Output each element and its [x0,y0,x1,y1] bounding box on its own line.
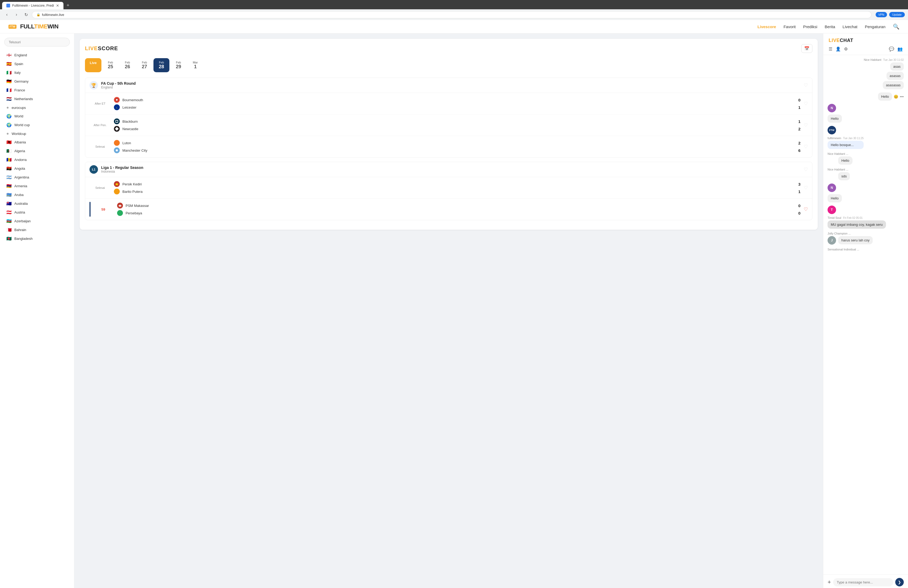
settings-icon-button[interactable]: ⚙ [844,47,848,52]
flag-netherlands: 🇳🇱 [6,97,12,101]
group-icon-button[interactable]: 👥 [897,47,903,52]
sidebar-label-worldcup: World cup [14,123,30,127]
sidebar-item-england[interactable]: 🏴󠁧󠁢󠁥󠁮󠁧󠁿 England [4,51,70,60]
menu-icon-button[interactable]: ☰ [829,47,832,52]
active-tab[interactable]: Fulltimewin - Livescore, Predi ✕ [2,2,63,9]
match-4-favorite-button[interactable]: ♡ [804,185,808,191]
browser-tabs: Fulltimewin - Livescore, Predi ✕ + [0,0,908,9]
match-2-favorite-button[interactable]: ♡ [804,122,808,128]
svg-point-5 [115,141,119,145]
user-icon-button[interactable]: 👤 [836,47,841,52]
liga1-favorite-button[interactable]: ♡ [804,166,808,172]
update-button[interactable]: Update [889,12,905,17]
sidebar-item-spain[interactable]: 🇪🇸 Spain [4,60,70,68]
sidebar-item-aruba[interactable]: 🇦🇼 Aruba [4,190,70,199]
live-minute: 59 [101,208,105,211]
sidebar-item-italy[interactable]: 🇮🇹 Italy [4,68,70,77]
chat-meta-nh-3: Nice Habitant ... [828,168,904,171]
main-container: 🏴󠁧󠁢󠁥󠁮󠁧󠁿 England 🇪🇸 Spain 🇮🇹 Italy 🇩🇪 Ger… [0,34,908,588]
chat-bubble-hello-4: Hello [828,194,842,202]
tab-feb29[interactable]: Feb 29 [171,58,187,72]
flag-argentina: 🇦🇷 [6,175,12,180]
tab-feb28[interactable]: Feb 28 [153,58,169,72]
sidebar-item-eurocups[interactable]: ● eurocups [4,103,70,112]
sidebar-search-input[interactable] [4,38,70,47]
sidebar-item-andorra[interactable]: 🇦🇩 Andorra [4,155,70,164]
flag-spain: 🇪🇸 [6,61,12,66]
fa-cup-info: 🏆 FA Cup - 5th Round England [90,81,136,90]
chat-msg-timid-soul: T Timid Soul Fri Feb 02 05:01 MU gagal i… [828,206,904,229]
search-button[interactable]: 🔍 [893,23,900,30]
tab-feb26[interactable]: Feb 26 [119,58,135,72]
match-1-favorite-button[interactable]: ♡ [804,101,808,106]
fa-cup-header: 🏆 FA Cup - 5th Round England ♡ [85,78,812,93]
sidebar-item-austria[interactable]: 🇦🇹 Austria [4,208,70,217]
chat-input-area: + ❯ [823,575,908,588]
chat-sender-timid: Timid Soul [828,216,841,219]
tab-feb25[interactable]: Feb 25 [103,58,118,72]
team-logo-blackburn [114,118,120,124]
match-persik-barito: Selesai Persik Kediri 3 [85,177,812,199]
sidebar-item-worldcup[interactable]: 🌍 World cup [4,121,70,129]
tab-live[interactable]: Live [85,58,101,72]
send-message-button[interactable]: ❯ [895,578,904,586]
address-bar[interactable]: 🔒 fulltimewin.live [32,11,871,18]
match-3-favorite-button[interactable]: ♡ [804,144,808,150]
avatar-fulltimewin: FTW [828,126,836,134]
sidebar-item-australia[interactable]: 🇦🇺 Australia [4,199,70,208]
sidebar-item-bahrain[interactable]: 🇧🇭 Bahrain [4,226,70,234]
match-status-after-et-1: After ET [90,102,111,105]
sidebar-item-azerbaijan[interactable]: 🇦🇿 Azerbaijan [4,217,70,226]
sidebar-item-france[interactable]: 🇫🇷 France [4,86,70,95]
sidebar-label-bangladesh: Bangladesh [14,237,33,241]
avatar-timid-soul: T [828,206,836,214]
forward-button[interactable]: › [13,11,20,18]
more-options-icon[interactable]: ••• [900,95,904,99]
new-tab-button[interactable]: + [64,2,72,9]
sidebar-label-france: France [14,88,25,92]
nav-pengaturan[interactable]: Pengaturan [865,24,885,29]
competition-liga1: L1 Liga 1 - Regular Season Indonesia ♡ S… [85,162,812,220]
sidebar-label-andorra: Andorra [14,158,27,162]
flag-worldcup2: ● [6,131,9,136]
sidebar-item-albania[interactable]: 🇦🇱 Albania [4,138,70,147]
flag-australia: 🇦🇺 [6,201,12,206]
chat-bubble-icon-button[interactable]: 💬 [889,47,894,52]
sidebar-item-worldcup2[interactable]: ● Worldcup [4,129,70,138]
sidebar-item-algeria[interactable]: 🇩🇿 Algeria [4,147,70,155]
tab-close-button[interactable]: ✕ [56,3,59,8]
fa-cup-favorite-button[interactable]: ♡ [804,82,808,88]
refresh-button[interactable]: ↻ [22,11,30,18]
chat-bubble-hello-1: Hello [878,92,892,101]
sidebar-label-worldcup2: Worldcup [12,132,26,136]
nav-prediksi[interactable]: Prediksi [803,24,817,29]
sidebar-item-world[interactable]: 🌍 World [4,112,70,121]
flag-england: 🏴󠁧󠁢󠁥󠁮󠁧󠁿 [6,53,12,58]
chat-message-input[interactable] [833,578,893,586]
flag-armenia: 🇦🇲 [6,184,12,188]
sidebar-item-argentina[interactable]: 🇦🇷 Argentina [4,173,70,182]
back-button[interactable]: ‹ [3,11,11,18]
tab-feb25-month: Feb [108,61,113,64]
vpn-button[interactable]: VPN [876,12,887,17]
nav-berita[interactable]: Berita [824,24,835,29]
sidebar-item-angola[interactable]: 🇦🇴 Angola [4,164,70,173]
sidebar-item-netherlands[interactable]: 🇳🇱 Netherlands [4,95,70,103]
flag-germany: 🇩🇪 [6,79,12,84]
nav-favorit[interactable]: Favorit [784,24,796,29]
match-5-favorite-button[interactable]: ♡ [804,206,808,212]
add-media-button[interactable]: + [828,579,831,586]
sidebar-item-armenia[interactable]: 🇦🇲 Armenia [4,182,70,190]
sidebar-item-germany[interactable]: 🇩🇪 Germany [4,77,70,86]
tab-feb27[interactable]: Feb 27 [137,58,152,72]
match-status-selesai-2: Selesai [90,186,111,189]
chat-meta-sensational: Sensational Individual ... [828,248,904,251]
chat-bubble-bosque: Hello bosque... [828,141,864,149]
nav-livescore[interactable]: Livescore [757,24,776,29]
calendar-button[interactable]: 📅 [801,44,812,53]
nav-livechat[interactable]: Livechat [843,24,858,29]
chat-row-nh-sds: sds [838,172,904,180]
tab-mar1[interactable]: Mar 1 [187,58,203,72]
team-logo-luton [114,140,120,146]
sidebar-item-bangladesh[interactable]: 🇧🇩 Bangladesh [4,234,70,243]
